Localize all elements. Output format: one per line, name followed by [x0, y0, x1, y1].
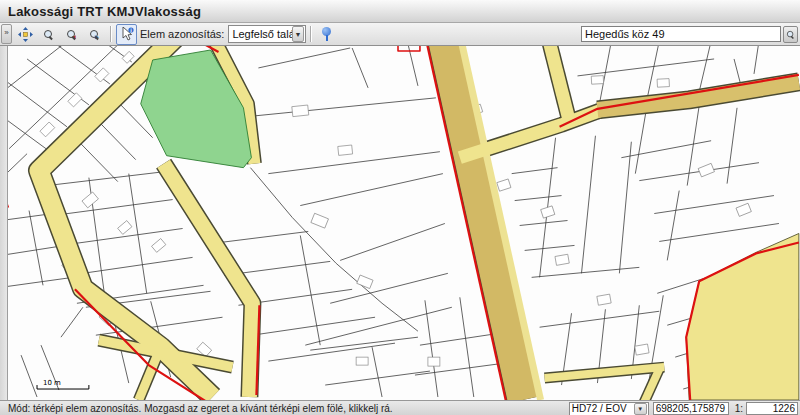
marker-button[interactable]: [316, 24, 337, 45]
toolbar-separator: [310, 26, 311, 42]
page-title: Lakossági TRT KMJVlakosság: [0, 4, 201, 19]
search-icon: [787, 30, 794, 37]
marker-pin-icon: [321, 27, 332, 42]
identify-mode-label: Elem azonosítás:: [140, 28, 224, 40]
pan-icon: [18, 27, 33, 42]
next-extent-button[interactable]: ▸: [84, 24, 105, 45]
chevron-down-icon: ▼: [634, 403, 647, 415]
search-area: [581, 26, 798, 43]
street-gyalog-koz: [686, 233, 799, 400]
map-scalebar: 10 m: [37, 379, 89, 389]
gis-application: Lakossági TRT KMJVlakosság » ◂ ▸ i: [0, 0, 800, 415]
toolbar: » ◂ ▸ i Elem azonosítás: L: [0, 23, 800, 46]
svg-text:10 m: 10 m: [43, 379, 61, 387]
identify-mode-select[interactable]: Legfelső találat ▼: [228, 25, 306, 43]
next-extent-icon: ▸: [90, 30, 99, 39]
scale-input[interactable]: [746, 402, 798, 415]
map-canvas[interactable]: 10 m 09/18414609/3114609/3009/19814609/2…: [0, 46, 800, 400]
projection-select[interactable]: HD72 / EOV ▼: [569, 402, 649, 415]
previous-extent-icon: ◂: [67, 30, 76, 39]
zoom-window-button[interactable]: [38, 24, 59, 45]
mode-status-text: Mód: térképi elem azonosítás. Mozgasd az…: [0, 403, 393, 414]
chevron-down-icon: ▼: [292, 26, 305, 42]
collapsed-west-panel[interactable]: [0, 46, 8, 400]
collapse-panel-button[interactable]: »: [1, 24, 12, 44]
zoom-window-icon: [44, 30, 53, 39]
toolbar-separator: [110, 26, 111, 42]
title-bar: Lakossági TRT KMJVlakosság: [0, 0, 800, 23]
scale-prefix-label: 1:: [735, 403, 743, 414]
status-bar: Mód: térképi elem azonosítás. Mozgasd az…: [0, 400, 800, 415]
coordinates-display[interactable]: [653, 402, 729, 415]
search-button[interactable]: [783, 26, 798, 43]
previous-extent-button[interactable]: ◂: [61, 24, 82, 45]
search-input[interactable]: [581, 26, 781, 42]
pan-button[interactable]: [15, 24, 36, 45]
identify-icon: i: [120, 27, 134, 42]
identify-tool-button[interactable]: i: [116, 24, 137, 45]
